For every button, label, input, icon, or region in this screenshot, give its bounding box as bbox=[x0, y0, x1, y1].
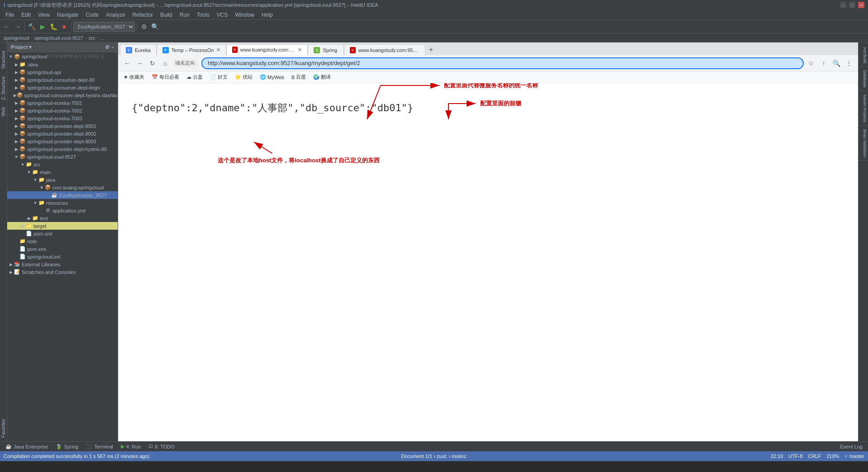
structure-label[interactable]: Structure bbox=[0, 47, 7, 73]
ant-build-sidebar[interactable]: Ant Build bbox=[858, 44, 868, 66]
close-button[interactable]: ✕ bbox=[858, 2, 864, 8]
tree-resources[interactable]: ▼ 📁 resources bbox=[7, 199, 118, 207]
toolbar-run-btn[interactable]: ▶ bbox=[38, 22, 48, 32]
tree-zuul[interactable]: ▼ 📦 springcloud-zuul-9527 bbox=[7, 153, 118, 160]
bottom-tab-run[interactable]: ▶ 4: Run bbox=[117, 442, 144, 451]
breadcrumb-zuul[interactable]: springcloud-zuul-9527 bbox=[34, 35, 83, 41]
addr-forward-btn[interactable]: → bbox=[134, 58, 145, 69]
address-input[interactable] bbox=[201, 57, 804, 69]
bookmark-myweb[interactable]: 🌐 MyWeb bbox=[258, 73, 286, 81]
tree-consumer-80[interactable]: ▶ 📦 springcloud-consumer-dept-80 bbox=[7, 76, 118, 84]
toolbar-back-btn[interactable]: ← bbox=[2, 22, 12, 32]
tree-consumer-feign[interactable]: ▶ 📦 springcloud-consumer-dept-feign bbox=[7, 84, 118, 91]
browser-tab-processon[interactable]: P Temp – ProcessOn ✕ bbox=[157, 44, 227, 55]
browser-tab-eureka[interactable]: E Eureka bbox=[120, 44, 157, 55]
tree-idea[interactable]: ▶ 📁 .idea bbox=[7, 61, 118, 68]
bottom-tab-terminal[interactable]: ⬛ Terminal bbox=[82, 442, 117, 451]
bottom-tab-java-enterprise[interactable]: ☕ Java Enterprise bbox=[2, 442, 52, 451]
tree-eureka-7001[interactable]: ▶ 📦 springcloud-eureka-7001 bbox=[7, 99, 118, 107]
tree-eureka-7003[interactable]: ▶ 📦 springcloud-eureka-7003 bbox=[7, 114, 118, 122]
bottom-tab-spring[interactable]: 🍃 Spring bbox=[52, 442, 82, 451]
menu-refactor[interactable]: Refactor bbox=[129, 11, 157, 19]
menu-window[interactable]: Window bbox=[231, 11, 258, 19]
tree-provider-hystrix[interactable]: ▶ 📦 springcloud-provider-dept-hystrix-80 bbox=[7, 145, 118, 153]
project-panel-gear[interactable]: ⚙ bbox=[105, 44, 110, 50]
favorites-label[interactable]: Favorites bbox=[0, 415, 7, 441]
breadcrumb-more[interactable]: ... bbox=[100, 35, 105, 41]
breadcrumb-src[interactable]: src bbox=[89, 35, 95, 41]
breadcrumb-springcloud[interactable]: springcloud bbox=[4, 35, 29, 41]
tree-note[interactable]: 📁 note bbox=[7, 237, 118, 245]
tab-close-kuang[interactable]: ✕ bbox=[298, 47, 302, 53]
menu-code[interactable]: Code bbox=[82, 11, 102, 19]
maven-sidebar[interactable]: Maven Projects bbox=[858, 92, 868, 126]
project-panel-collapse[interactable]: – bbox=[111, 44, 114, 50]
bookmark-baidu[interactable]: B 百度 bbox=[290, 73, 308, 81]
bean-sidebar[interactable]: Bean Validation bbox=[858, 127, 868, 160]
z-structure-label[interactable]: Z: Structure bbox=[0, 73, 7, 104]
toolbar-settings-btn[interactable]: ⚙ bbox=[139, 22, 149, 32]
addr-bookmark-star[interactable]: 域名定向 bbox=[172, 59, 198, 67]
addr-back-btn[interactable]: ← bbox=[122, 58, 133, 69]
tree-zuulapp[interactable]: ☕ ZuulApplication_9527 bbox=[7, 191, 118, 199]
menu-navigate[interactable]: Navigate bbox=[53, 11, 82, 19]
event-log-label[interactable]: Event Log bbox=[840, 444, 863, 449]
tree-scratches[interactable]: ▶ 📝 Scratches and Consoles bbox=[7, 268, 118, 276]
menu-edit[interactable]: Edit bbox=[18, 11, 34, 19]
bookmark-article[interactable]: 📄 好文 bbox=[208, 73, 229, 81]
addr-home-btn[interactable]: ⌂ bbox=[160, 58, 171, 69]
tree-eureka-7002[interactable]: ▶ 📦 springcloud-eureka-7002 bbox=[7, 107, 118, 114]
tree-provider-8002[interactable]: ▶ 📦 springcloud-provider-dept-8002 bbox=[7, 130, 118, 137]
menu-file[interactable]: File bbox=[2, 11, 18, 19]
addr-share-btn[interactable]: ↑ bbox=[818, 58, 829, 69]
tree-java[interactable]: ▼ 📁 java bbox=[7, 176, 118, 184]
tree-target[interactable]: ▶ 📁 target bbox=[7, 222, 118, 230]
tree-provider-8003[interactable]: ▶ 📦 springcloud-provider-dept-8003 bbox=[7, 137, 118, 145]
tree-test[interactable]: ▶ 📁 test bbox=[7, 214, 118, 222]
browser-tab-kuang-m[interactable]: K www.kuangstudy.com:9527/m... bbox=[344, 44, 425, 55]
tab-close-processon[interactable]: ✕ bbox=[216, 47, 220, 53]
addr-bookmark-btn[interactable]: ☆ bbox=[806, 58, 816, 69]
web-label[interactable]: Web bbox=[0, 104, 7, 120]
bookmark-favorites[interactable]: ★ 收藏夹 bbox=[122, 73, 146, 81]
toolbar-build-btn[interactable]: 🔨 bbox=[27, 22, 37, 32]
addr-reload-btn[interactable]: ↻ bbox=[147, 58, 158, 69]
toolbar-stop-btn[interactable]: ■ bbox=[59, 22, 69, 32]
tree-pom-root[interactable]: 📄 pom.xml bbox=[7, 245, 118, 253]
addr-settings-btn[interactable]: ⋮ bbox=[844, 58, 854, 69]
minimize-button[interactable]: – bbox=[840, 2, 846, 8]
project-selector[interactable]: ZuulApplication_9527 bbox=[73, 22, 135, 32]
toolbar-search-btn[interactable]: 🔍 bbox=[150, 22, 160, 32]
tree-springcloud[interactable]: ▼ 📦 springcloud F:\班级管理\吞开 [19525] \2. bbox=[7, 52, 118, 61]
menu-vcs[interactable]: VCS bbox=[213, 11, 232, 19]
bookmark-sites[interactable]: 🌟 优站 bbox=[233, 73, 254, 81]
menu-analyze[interactable]: Analyze bbox=[102, 11, 129, 19]
tree-external-libs[interactable]: ▶ 📚 External Libraries bbox=[7, 260, 118, 268]
menu-build[interactable]: Build bbox=[157, 11, 176, 19]
browser-tab-spring[interactable]: S Spring bbox=[308, 44, 344, 55]
maximize-button[interactable]: □ bbox=[849, 2, 855, 8]
bookmark-daily[interactable]: 📅 每日必看 bbox=[150, 73, 181, 81]
database-sidebar[interactable]: Database bbox=[858, 67, 868, 91]
menu-tools[interactable]: Tools bbox=[193, 11, 213, 19]
tree-provider-8001[interactable]: ▶ 📦 springcloud-provider-dept-8001 bbox=[7, 122, 118, 130]
tree-consumer-hystrix[interactable]: ▶ 📦 springcloud-consumer-dept-hystrix-da… bbox=[7, 91, 118, 99]
new-tab-button[interactable]: + bbox=[425, 44, 436, 55]
menu-help[interactable]: Help bbox=[258, 11, 277, 19]
menu-view[interactable]: View bbox=[34, 11, 53, 19]
menu-run[interactable]: Run bbox=[176, 11, 193, 19]
bottom-tab-todo[interactable]: ☑ 6: TODO bbox=[145, 442, 178, 451]
tree-package[interactable]: ▼ 📦 com.kuang.springcloud bbox=[7, 184, 118, 191]
tree-iml[interactable]: 📄 springcloud.iml bbox=[7, 253, 118, 260]
tree-main[interactable]: ▼ 📁 main bbox=[7, 168, 118, 176]
browser-tab-kuang[interactable]: K www.kuangstudy.com:9527/k... ✕ bbox=[226, 44, 308, 55]
addr-zoom-btn[interactable]: 🔍 bbox=[831, 58, 842, 69]
bookmark-translate[interactable]: 🌍 翻译 bbox=[311, 73, 333, 81]
toolbar-debug-btn[interactable]: 🐛 bbox=[48, 22, 58, 32]
tree-api[interactable]: ▶ 📦 springcloud-api bbox=[7, 68, 118, 76]
tree-src[interactable]: ▼ 📁 src bbox=[7, 160, 118, 168]
toolbar-forward-btn[interactable]: → bbox=[13, 22, 23, 32]
tree-pom-zuul[interactable]: 📄 pom.xml bbox=[7, 230, 118, 237]
bookmark-cloud[interactable]: ☁ 云盘 bbox=[185, 73, 205, 81]
tree-application-yml[interactable]: ⚙ application.yml bbox=[7, 207, 118, 214]
